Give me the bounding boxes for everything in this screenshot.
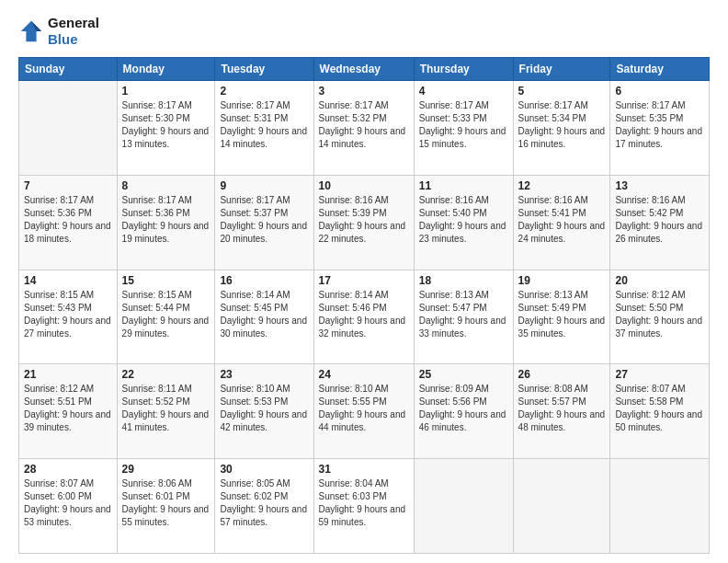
day-info: Sunrise: 8:09 AMSunset: 5:56 PMDaylight:… [419, 383, 508, 434]
day-cell [414, 459, 513, 554]
day-number: 31 [319, 463, 409, 476]
day-info: Sunrise: 8:10 AMSunset: 5:53 PMDaylight:… [220, 383, 308, 434]
day-info: Sunrise: 8:17 AMSunset: 5:33 PMDaylight:… [419, 99, 508, 151]
header-cell-saturday: Saturday [610, 58, 710, 81]
day-number: 8 [122, 179, 210, 192]
day-info: Sunrise: 8:04 AMSunset: 6:03 PMDaylight:… [319, 477, 409, 529]
week-row-3: 21Sunrise: 8:12 AMSunset: 5:51 PMDayligh… [19, 364, 710, 459]
day-number: 7 [24, 179, 112, 192]
header: General Blue [18, 15, 710, 48]
day-info: Sunrise: 8:08 AMSunset: 5:57 PMDaylight:… [518, 383, 606, 434]
day-number: 1 [122, 85, 210, 98]
day-info: Sunrise: 8:14 AMSunset: 5:45 PMDaylight:… [220, 289, 308, 340]
header-cell-wednesday: Wednesday [313, 58, 414, 81]
day-number: 3 [319, 85, 409, 98]
day-cell: 20Sunrise: 8:12 AMSunset: 5:50 PMDayligh… [610, 270, 710, 364]
day-cell: 30Sunrise: 8:05 AMSunset: 6:02 PMDayligh… [215, 459, 313, 554]
week-row-0: 1Sunrise: 8:17 AMSunset: 5:30 PMDaylight… [19, 81, 710, 176]
day-number: 5 [518, 85, 606, 98]
day-info: Sunrise: 8:12 AMSunset: 5:51 PMDaylight:… [24, 383, 112, 434]
day-number: 9 [220, 179, 308, 192]
day-cell: 13Sunrise: 8:16 AMSunset: 5:42 PMDayligh… [610, 175, 710, 270]
week-row-2: 14Sunrise: 8:15 AMSunset: 5:43 PMDayligh… [19, 270, 710, 364]
day-info: Sunrise: 8:12 AMSunset: 5:50 PMDaylight:… [615, 289, 704, 340]
header-cell-tuesday: Tuesday [215, 58, 313, 81]
day-cell: 17Sunrise: 8:14 AMSunset: 5:46 PMDayligh… [313, 270, 414, 364]
day-number: 23 [220, 368, 308, 381]
header-cell-monday: Monday [117, 58, 215, 81]
header-cell-thursday: Thursday [414, 58, 513, 81]
day-cell: 28Sunrise: 8:07 AMSunset: 6:00 PMDayligh… [19, 459, 118, 554]
day-number: 15 [122, 274, 210, 287]
day-number: 16 [220, 274, 308, 287]
day-cell [19, 81, 118, 176]
day-info: Sunrise: 8:17 AMSunset: 5:30 PMDaylight:… [122, 99, 210, 151]
day-cell: 7Sunrise: 8:17 AMSunset: 5:36 PMDaylight… [19, 175, 118, 270]
day-cell [513, 459, 610, 554]
page: General Blue SundayMondayTuesdayWednesda… [0, 0, 728, 563]
day-info: Sunrise: 8:17 AMSunset: 5:35 PMDaylight:… [615, 99, 704, 151]
day-number: 28 [24, 463, 112, 476]
day-info: Sunrise: 8:16 AMSunset: 5:41 PMDaylight:… [518, 194, 606, 246]
day-info: Sunrise: 8:17 AMSunset: 5:37 PMDaylight:… [220, 194, 308, 246]
day-number: 24 [319, 368, 409, 381]
header-cell-sunday: Sunday [19, 58, 118, 81]
day-info: Sunrise: 8:16 AMSunset: 5:40 PMDaylight:… [419, 194, 508, 246]
day-number: 26 [518, 368, 606, 381]
day-info: Sunrise: 8:13 AMSunset: 5:49 PMDaylight:… [518, 289, 606, 340]
day-cell: 15Sunrise: 8:15 AMSunset: 5:44 PMDayligh… [117, 270, 215, 364]
day-cell: 24Sunrise: 8:10 AMSunset: 5:55 PMDayligh… [313, 364, 414, 459]
day-number: 10 [319, 179, 409, 192]
day-info: Sunrise: 8:14 AMSunset: 5:46 PMDaylight:… [319, 289, 409, 340]
day-info: Sunrise: 8:15 AMSunset: 5:43 PMDaylight:… [24, 289, 112, 340]
day-cell: 27Sunrise: 8:07 AMSunset: 5:58 PMDayligh… [610, 364, 710, 459]
day-cell: 2Sunrise: 8:17 AMSunset: 5:31 PMDaylight… [215, 81, 313, 176]
day-number: 21 [24, 368, 112, 381]
day-info: Sunrise: 8:17 AMSunset: 5:36 PMDaylight:… [122, 194, 210, 246]
calendar-header-row: SundayMondayTuesdayWednesdayThursdayFrid… [19, 58, 710, 81]
logo-icon [18, 18, 44, 44]
day-cell: 21Sunrise: 8:12 AMSunset: 5:51 PMDayligh… [19, 364, 118, 459]
day-number: 4 [419, 85, 508, 98]
logo-text: General Blue [48, 15, 99, 48]
day-cell: 4Sunrise: 8:17 AMSunset: 5:33 PMDaylight… [414, 81, 513, 176]
day-cell: 6Sunrise: 8:17 AMSunset: 5:35 PMDaylight… [610, 81, 710, 176]
logo: General Blue [18, 15, 99, 48]
day-info: Sunrise: 8:17 AMSunset: 5:31 PMDaylight:… [220, 99, 308, 151]
day-info: Sunrise: 8:15 AMSunset: 5:44 PMDaylight:… [122, 289, 210, 340]
day-number: 18 [419, 274, 508, 287]
day-info: Sunrise: 8:10 AMSunset: 5:55 PMDaylight:… [319, 383, 409, 434]
day-cell: 29Sunrise: 8:06 AMSunset: 6:01 PMDayligh… [117, 459, 215, 554]
day-cell: 26Sunrise: 8:08 AMSunset: 5:57 PMDayligh… [513, 364, 610, 459]
day-info: Sunrise: 8:17 AMSunset: 5:34 PMDaylight:… [518, 99, 606, 151]
day-number: 13 [615, 179, 704, 192]
day-cell: 8Sunrise: 8:17 AMSunset: 5:36 PMDaylight… [117, 175, 215, 270]
day-info: Sunrise: 8:07 AMSunset: 6:00 PMDaylight:… [24, 477, 112, 529]
day-number: 30 [220, 463, 308, 476]
day-cell: 23Sunrise: 8:10 AMSunset: 5:53 PMDayligh… [215, 364, 313, 459]
day-cell: 12Sunrise: 8:16 AMSunset: 5:41 PMDayligh… [513, 175, 610, 270]
day-cell: 22Sunrise: 8:11 AMSunset: 5:52 PMDayligh… [117, 364, 215, 459]
day-number: 11 [419, 179, 508, 192]
day-info: Sunrise: 8:06 AMSunset: 6:01 PMDaylight:… [122, 477, 210, 529]
day-number: 12 [518, 179, 606, 192]
day-cell: 14Sunrise: 8:15 AMSunset: 5:43 PMDayligh… [19, 270, 118, 364]
day-cell: 10Sunrise: 8:16 AMSunset: 5:39 PMDayligh… [313, 175, 414, 270]
day-info: Sunrise: 8:17 AMSunset: 5:36 PMDaylight:… [24, 194, 112, 246]
day-info: Sunrise: 8:07 AMSunset: 5:58 PMDaylight:… [615, 383, 704, 434]
day-info: Sunrise: 8:16 AMSunset: 5:42 PMDaylight:… [615, 194, 704, 246]
day-cell: 3Sunrise: 8:17 AMSunset: 5:32 PMDaylight… [313, 81, 414, 176]
header-cell-friday: Friday [513, 58, 610, 81]
day-number: 19 [518, 274, 606, 287]
day-cell: 5Sunrise: 8:17 AMSunset: 5:34 PMDaylight… [513, 81, 610, 176]
day-cell: 9Sunrise: 8:17 AMSunset: 5:37 PMDaylight… [215, 175, 313, 270]
calendar-table: SundayMondayTuesdayWednesdayThursdayFrid… [18, 57, 710, 554]
day-info: Sunrise: 8:11 AMSunset: 5:52 PMDaylight:… [122, 383, 210, 434]
day-number: 25 [419, 368, 508, 381]
week-row-4: 28Sunrise: 8:07 AMSunset: 6:00 PMDayligh… [19, 459, 710, 554]
day-number: 27 [615, 368, 704, 381]
day-info: Sunrise: 8:05 AMSunset: 6:02 PMDaylight:… [220, 477, 308, 529]
day-number: 2 [220, 85, 308, 98]
day-number: 6 [615, 85, 704, 98]
day-cell: 16Sunrise: 8:14 AMSunset: 5:45 PMDayligh… [215, 270, 313, 364]
